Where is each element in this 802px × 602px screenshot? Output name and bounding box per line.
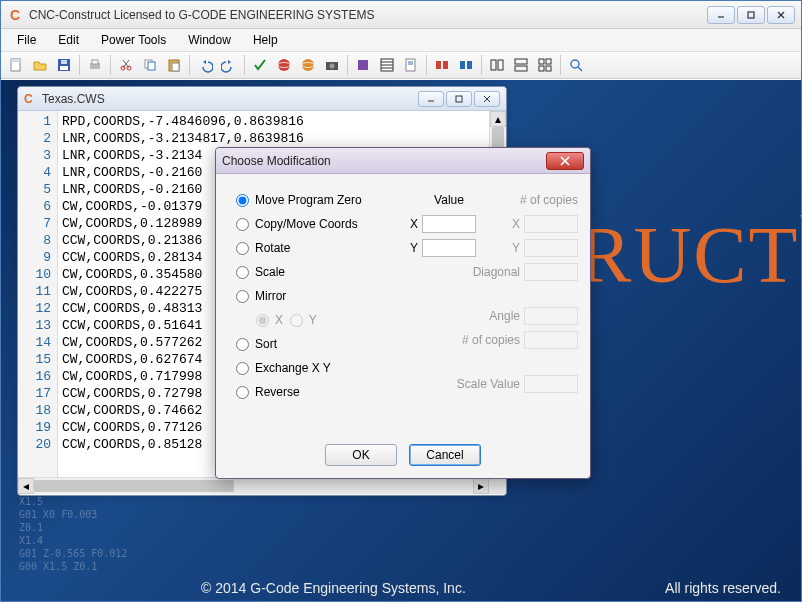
x2-label: X [480,217,520,231]
toolbar-separator [481,55,482,75]
y-copies-input [524,239,578,257]
redo-icon[interactable] [218,54,240,76]
rights-text: All rights reserved. [665,580,781,596]
radio-input[interactable] [236,266,249,279]
scroll-thumb[interactable] [34,480,234,492]
svg-rect-8 [61,60,67,64]
svg-rect-18 [172,63,179,71]
main-window: C CNC-Construct Licensed to G-CODE ENGIN… [0,0,802,602]
y2-label: Y [480,241,520,255]
dialog-titlebar[interactable]: Choose Modification [216,148,590,174]
document-titlebar[interactable]: C Texas.CWS [18,87,506,111]
svg-rect-16 [148,62,155,70]
y-input[interactable] [422,239,476,257]
radio-sort[interactable]: Sort [236,332,396,356]
radio-input[interactable] [236,194,249,207]
menu-edit[interactable]: Edit [48,31,89,49]
radio-mirror-axis: X Y [256,308,396,332]
globe-red-icon[interactable] [273,54,295,76]
svg-point-24 [330,64,335,69]
menu-help[interactable]: Help [243,31,288,49]
dialog-fields: Value # of copies X X Y Y Diagonal [402,188,578,396]
svg-rect-37 [491,60,496,70]
save-icon[interactable] [53,54,75,76]
document-window-controls [418,91,500,107]
radio-rotate[interactable]: Rotate [236,236,396,260]
line-number-gutter: 1234567891011121314151617181920 [18,111,58,477]
menu-window[interactable]: Window [178,31,241,49]
svg-point-45 [571,60,579,68]
app-title: CNC-Construct Licensed to G-CODE ENGINEE… [29,8,707,22]
layout3-icon[interactable] [534,54,556,76]
document-icon: C [24,92,38,106]
globe-orange-icon[interactable] [297,54,319,76]
svg-point-21 [302,59,314,71]
layout1-icon[interactable] [486,54,508,76]
dialog-buttons: OK Cancel [216,444,590,466]
page-icon[interactable] [400,54,422,76]
doc-close-button[interactable] [474,91,500,107]
paste-icon[interactable] [163,54,185,76]
undo-icon[interactable] [194,54,216,76]
radio-copy-move-coords[interactable]: Copy/Move Coords [236,212,396,236]
horizontal-scrollbar[interactable]: ◂ ▸ [18,477,506,494]
svg-rect-10 [92,60,98,64]
choose-modification-dialog: Choose Modification Move Program Zero Co… [215,147,591,479]
radio-input[interactable] [236,290,249,303]
diagonal-input [524,263,578,281]
check-icon[interactable] [249,54,271,76]
toolbar [1,51,801,79]
radio-input[interactable] [236,362,249,375]
x-input[interactable] [422,215,476,233]
ok-button[interactable]: OK [325,444,397,466]
main-titlebar: C CNC-Construct Licensed to G-CODE ENGIN… [1,1,801,29]
blue-group-icon[interactable] [455,54,477,76]
app-icon: C [7,7,23,23]
svg-rect-35 [460,61,465,69]
scroll-up-icon[interactable]: ▴ [490,111,506,127]
radio-scale[interactable]: Scale [236,260,396,284]
layout2-icon[interactable] [510,54,532,76]
value-header: Value [414,193,484,207]
print-icon[interactable] [84,54,106,76]
x-label: X [410,217,418,231]
scale-value-input [524,375,578,393]
purple-box-icon[interactable] [352,54,374,76]
scale-value-label: Scale Value [420,377,520,391]
stripe-icon[interactable] [376,54,398,76]
svg-rect-25 [358,60,368,70]
radio-move-program-zero[interactable]: Move Program Zero [236,188,396,212]
menubar: File Edit Power Tools Window Help [1,29,801,51]
new-file-icon[interactable] [5,54,27,76]
doc-maximize-button[interactable] [446,91,472,107]
camera-icon[interactable] [321,54,343,76]
diagonal-label: Diagonal [420,265,520,279]
svg-line-46 [578,67,582,71]
radio-exchange-xy[interactable]: Exchange X Y [236,356,396,380]
radio-input[interactable] [236,338,249,351]
cut-icon[interactable] [115,54,137,76]
toolbar-separator [79,55,80,75]
scroll-left-icon[interactable]: ◂ [18,478,34,494]
maximize-button[interactable] [737,6,765,24]
dialog-close-button[interactable] [546,152,584,170]
radio-input[interactable] [236,386,249,399]
menu-power-tools[interactable]: Power Tools [91,31,176,49]
scroll-right-icon[interactable]: ▸ [473,478,489,494]
open-folder-icon[interactable] [29,54,51,76]
red-group-icon[interactable] [431,54,453,76]
copy-icon[interactable] [139,54,161,76]
search-icon[interactable] [565,54,587,76]
menu-file[interactable]: File [7,31,46,49]
doc-minimize-button[interactable] [418,91,444,107]
copies2-label: # of copies [420,333,520,347]
radio-reverse[interactable]: Reverse [236,380,396,404]
radio-mirror-x [256,314,269,327]
minimize-button[interactable] [707,6,735,24]
radio-input[interactable] [236,218,249,231]
radio-input[interactable] [236,242,249,255]
close-button[interactable] [767,6,795,24]
window-controls [707,6,795,24]
radio-mirror[interactable]: Mirror [236,284,396,308]
cancel-button[interactable]: Cancel [409,444,481,466]
